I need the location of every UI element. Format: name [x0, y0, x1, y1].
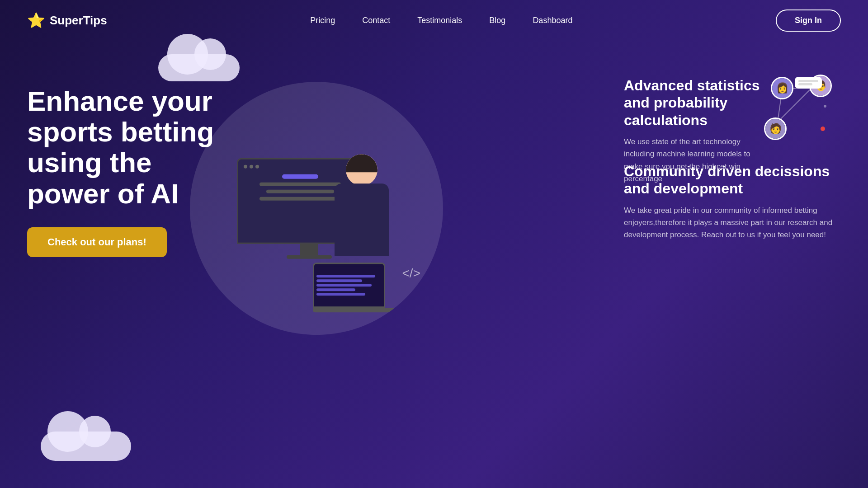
code-line-5 — [316, 293, 365, 296]
right-content: Advanced statistics and probability calc… — [624, 77, 841, 263]
laptop-illustration — [313, 263, 394, 312]
red-dot — [821, 127, 825, 131]
network-section: Advanced statistics and probability calc… — [624, 77, 841, 154]
feature-1: Advanced statistics and probability calc… — [624, 77, 769, 185]
person-body — [335, 183, 389, 256]
person-hair — [346, 154, 377, 172]
code-line-4 — [316, 288, 355, 291]
hero-section: Enhance your sports betting using the po… — [0, 41, 868, 488]
dot-1 — [244, 165, 247, 169]
nav-blog[interactable]: Blog — [489, 16, 505, 25]
nav-links: Pricing Contact Testimonials Blog Dashbo… — [310, 16, 572, 25]
cloud-bottom-left — [41, 432, 131, 461]
nav-testimonials[interactable]: Testimonials — [417, 16, 462, 25]
laptop-content — [316, 266, 382, 304]
laptop-base — [313, 308, 394, 312]
hero-left: Enhance your sports betting using the po… — [27, 86, 235, 257]
code-line-2 — [316, 279, 362, 282]
chat-line-2 — [798, 83, 812, 85]
feature-1-title: Advanced statistics and probability calc… — [624, 77, 769, 129]
chat-bubble — [795, 77, 822, 89]
person-head — [346, 154, 377, 186]
svg-point-7 — [824, 105, 826, 108]
feature-2-desc: We take great pride in our community of … — [624, 204, 841, 241]
avatar-3: 🧑 — [764, 117, 787, 140]
brand-name: SuperTips — [50, 14, 107, 28]
navbar: ⭐ SuperTips Pricing Contact Testimonials… — [0, 0, 868, 41]
nav-pricing[interactable]: Pricing — [310, 16, 335, 25]
network-graphic: 👩 👨 🧑 — [755, 72, 841, 145]
sign-in-button[interactable]: Sign In — [776, 9, 841, 32]
star-icon: ⭐ — [27, 12, 45, 29]
code-line-1 — [316, 275, 375, 277]
monitor-bar-blue — [282, 174, 318, 179]
dot-3 — [255, 165, 259, 169]
dot-2 — [250, 165, 253, 169]
chat-line-1 — [798, 80, 818, 82]
person-illustration — [316, 154, 407, 312]
logo[interactable]: ⭐ SuperTips — [27, 12, 107, 29]
nav-dashboard[interactable]: Dashboard — [533, 16, 572, 25]
nav-contact[interactable]: Contact — [362, 16, 390, 25]
avatar-1: 👩 — [771, 77, 793, 99]
laptop-screen — [313, 263, 385, 308]
hero-title: Enhance your sports betting using the po… — [27, 86, 235, 209]
code-line-3 — [316, 284, 372, 286]
monitor-stand — [300, 244, 318, 255]
cta-button[interactable]: Check out our plans! — [27, 227, 167, 257]
code-icon: </> — [402, 266, 420, 281]
feature-1-desc: We use state of the art technology inclu… — [624, 136, 769, 185]
